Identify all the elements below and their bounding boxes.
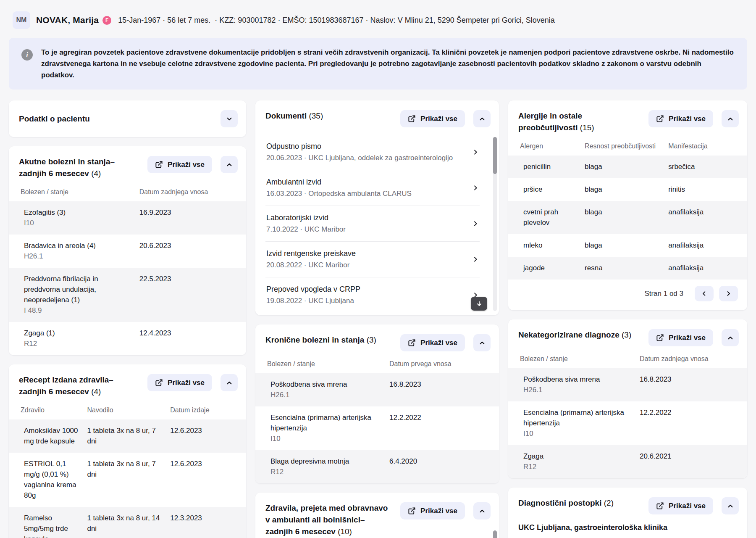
manifestation: anafilaksija [668, 234, 747, 257]
show-all-button[interactable]: Prikaži vse [648, 497, 713, 514]
show-all-button[interactable]: Prikaži vse [648, 110, 713, 127]
external-link-icon [656, 115, 664, 123]
table-row: ZgagaR12 20.6.2021 [508, 445, 747, 478]
entry-date: 6.4.2020 [389, 450, 499, 483]
allergen: penicillin [508, 156, 585, 178]
manifestation: srbečica [668, 156, 747, 178]
external-link-icon [656, 334, 664, 342]
disease-code: H26.1 [523, 385, 635, 395]
table-row: penicillin blaga srbečica [508, 156, 747, 178]
card-title: Nekategorizirane diagnoze (3) [518, 329, 640, 341]
show-all-button[interactable]: Prikaži vse [147, 156, 212, 173]
table-row: Ezofagitis (3)I10 16.9.2023 [9, 201, 246, 235]
collapse-button[interactable] [473, 110, 491, 127]
disease-code: I10 [523, 428, 635, 439]
issue-date: 12.3.2023 [170, 507, 246, 538]
chevron-up-icon [226, 161, 233, 169]
card-uncategorized-diagnoses: Nekategorizirane diagnoze (3) Prikaži vs… [508, 319, 747, 478]
severity: blaga [585, 156, 668, 178]
manifestation: anafilaksija [668, 201, 747, 234]
allergen: pršice [508, 178, 585, 201]
entry-date: 12.2.2022 [389, 406, 499, 450]
acute-diseases-table: Bolezen / stanje Datum zadnjega vnosa Ez… [9, 187, 246, 355]
collapse-button[interactable] [473, 334, 491, 351]
disclaimer-text: To je agregiran povzetek pacientove zdra… [41, 47, 735, 81]
download-button[interactable] [471, 297, 487, 311]
show-all-button[interactable]: Prikaži vse [400, 110, 465, 127]
document-list-item[interactable]: Laboratorijski izvid 7.10.2022 · UKC Mar… [265, 206, 480, 241]
document-meta: 19.08.2022 · UKC Ljubljana [266, 296, 360, 306]
column-header: Datum prvega vnosa [389, 359, 499, 373]
drug-instruction: 1 tableta 3x na 8 ur, 7 dni [87, 419, 170, 453]
entry-date: 20.6.2023 [139, 235, 246, 268]
document-meta: 7.10.2022 · UKC Maribor [266, 224, 346, 235]
column-header: Datum izdaje [170, 405, 246, 419]
external-link-icon [408, 115, 416, 123]
card-title: Diagnostični postopki (2) [518, 497, 640, 509]
document-meta: 16.03.2023 · Ortopedska ambulanta CLARUS [266, 189, 412, 199]
card-title: Kronične bolezni in stanja (3) [265, 334, 392, 346]
disease-name: Preddvorna fibrilacija in preddvorna und… [24, 274, 134, 305]
collapse-button[interactable] [722, 497, 739, 514]
chevron-up-icon [727, 334, 734, 342]
table-row: ESTRIOL 0,1 mg/g (0,01 %) vagianlna krem… [9, 453, 246, 507]
document-list-item[interactable]: Odpustno pismo 20.06.2023 · UKC Ljubljan… [265, 134, 480, 170]
show-all-button[interactable]: Prikaži vse [400, 502, 465, 520]
table-row: Zgaga (1)R12 12.4.2023 [9, 322, 246, 355]
entry-date: 16.9.2023 [139, 201, 246, 235]
document-list: Odpustno pismo 20.06.2023 · UKC Ljubljan… [255, 134, 499, 315]
prev-page-button[interactable] [695, 286, 714, 301]
document-list-item[interactable]: Ambulantni izvid 16.03.2023 · Ortopedska… [265, 170, 480, 206]
collapse-button[interactable] [473, 502, 491, 520]
patient-name: NOVAK, Marija [36, 15, 99, 25]
chevron-right-icon [472, 149, 479, 156]
provider-name: UKC Ljubljana, gastroeinterološka klinik… [508, 522, 747, 538]
show-all-button[interactable]: Prikaži vse [648, 329, 713, 346]
main-content: Podatki o pacientu Akutne bolezni in sta… [0, 100, 756, 538]
table-row: Esencialna (primarna) arterijska hiperte… [255, 406, 499, 450]
document-title: Odpustno pismo [266, 141, 453, 152]
document-meta: 20.08.2022 · UKC Maribor [266, 260, 356, 270]
show-all-button[interactable]: Prikaži vse [147, 374, 212, 391]
table-row: Poškodbena siva mrenaH26.1 16.8.2023 [255, 373, 499, 406]
column-header: Datum zadnjega vnosa [139, 187, 246, 201]
column-header: Alergen [508, 141, 585, 156]
scrollbar-thumb[interactable] [493, 137, 497, 174]
table-row: Ramelso 5mg/5mg trde kapsule 1 tableta 3… [9, 507, 246, 538]
document-title: Laboratorijski izvid [266, 213, 346, 223]
document-meta: 20.06.2023 · UKC Ljubljana, oddelek za g… [266, 153, 453, 163]
card-title: eRecept izdana zdravila–zadnjih 6 mesece… [19, 374, 139, 398]
collapse-button[interactable] [220, 156, 238, 173]
avatar: NM [13, 11, 30, 29]
external-link-icon [155, 379, 163, 387]
expand-button[interactable] [220, 110, 238, 127]
scrollbar[interactable] [493, 137, 497, 311]
card-documents: Dokumenti (35) Prikaži vse Odpustno pism… [255, 100, 499, 315]
table-row: mleko blaga anafilaksija [508, 234, 747, 257]
card-patient-data: Podatki o pacientu [9, 100, 246, 137]
document-list-item[interactable]: Prepoved vpogleda v CRPP 19.08.2022 · UK… [265, 277, 480, 313]
entry-date: 16.8.2023 [389, 373, 499, 406]
drug-name: Ramelso 5mg/5mg trde kapsule [9, 507, 87, 538]
external-link-icon [155, 161, 163, 169]
severity: blaga [585, 234, 668, 257]
external-link-icon [656, 502, 664, 510]
scrollbar-thumb[interactable] [493, 530, 497, 538]
collapse-button[interactable] [220, 374, 238, 391]
card-acute-diseases: Akutne bolezni in stanja–zadnjih 6 mesec… [9, 146, 246, 355]
show-all-button[interactable]: Prikaži vse [400, 334, 465, 351]
issue-date: 12.6.2023 [170, 419, 246, 453]
chevron-right-icon [472, 220, 479, 227]
next-page-button[interactable] [719, 286, 738, 301]
severity: blaga [585, 178, 668, 201]
column-header: Navodilo [87, 405, 170, 419]
card-title: Podatki o pacientu [19, 113, 212, 125]
chevron-up-icon [727, 502, 734, 510]
entry-date: 20.6.2021 [640, 445, 747, 478]
document-list-item[interactable]: Izvid rentgenske preiskave 20.08.2022 · … [265, 241, 480, 277]
right-column: Alergije in ostale preobčutljivosti (15)… [508, 100, 747, 538]
female-badge: F [102, 16, 111, 25]
card-chronic-diseases: Kronične bolezni in stanja (3) Prikaži v… [255, 324, 499, 483]
collapse-button[interactable] [722, 110, 739, 127]
collapse-button[interactable] [722, 329, 739, 346]
